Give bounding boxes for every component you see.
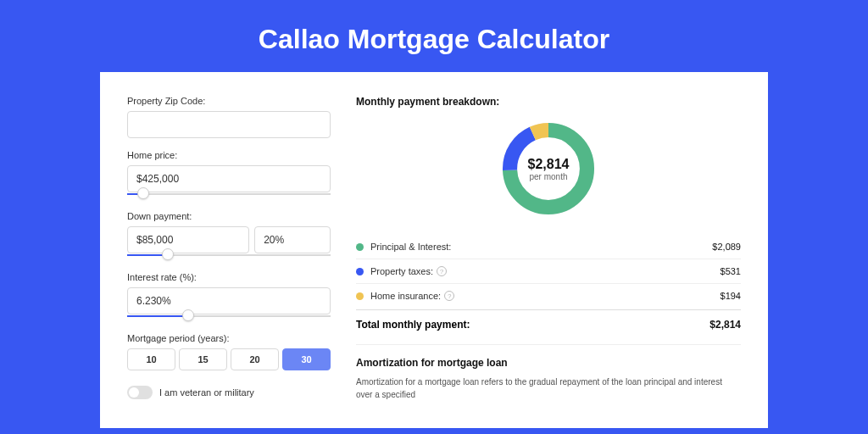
- legend: Principal & Interest:$2,089Property taxe…: [356, 235, 741, 308]
- home-price-input[interactable]: [127, 165, 331, 192]
- home-price-label: Home price:: [127, 150, 331, 160]
- down-payment-slider[interactable]: [127, 252, 331, 260]
- legend-row-0: Principal & Interest:$2,089: [356, 235, 741, 259]
- calculator-card: Property Zip Code: Home price: Down paym…: [100, 72, 768, 428]
- interest-slider[interactable]: [127, 313, 331, 321]
- total-row: Total monthly payment: $2,814: [356, 309, 741, 344]
- input-panel: Property Zip Code: Home price: Down paym…: [127, 96, 331, 428]
- veteran-label: I am veteran or military: [159, 387, 254, 398]
- legend-label: Property taxes:: [370, 266, 433, 276]
- slider-thumb[interactable]: [137, 187, 149, 199]
- amort-text: Amortization for a mortgage loan refers …: [356, 376, 741, 401]
- zip-field: Property Zip Code:: [127, 96, 331, 138]
- amortization-section: Amortization for mortgage loan Amortizat…: [356, 344, 741, 401]
- info-icon[interactable]: ?: [437, 266, 447, 276]
- page-header: Callao Mortgage Calculator: [0, 0, 868, 72]
- interest-label: Interest rate (%):: [127, 272, 331, 282]
- legend-label: Principal & Interest:: [370, 242, 451, 252]
- zip-label: Property Zip Code:: [127, 96, 331, 106]
- period-button-15[interactable]: 15: [179, 348, 227, 370]
- legend-row-2: Home insurance:?$194: [356, 284, 741, 308]
- zip-input[interactable]: [127, 111, 331, 138]
- legend-label: Home insurance:: [370, 291, 441, 301]
- down-payment-label: Down payment:: [127, 211, 331, 221]
- legend-dot: [356, 292, 364, 300]
- breakdown-title: Monthly payment breakdown:: [356, 96, 741, 108]
- home-price-slider[interactable]: [127, 191, 331, 199]
- page-title: Callao Mortgage Calculator: [0, 24, 868, 55]
- down-payment-input[interactable]: [127, 226, 249, 253]
- total-label: Total monthly payment:: [356, 319, 470, 331]
- period-button-30[interactable]: 30: [282, 348, 331, 370]
- info-icon[interactable]: ?: [444, 291, 454, 301]
- period-button-10[interactable]: 10: [127, 348, 175, 370]
- legend-row-1: Property taxes:?$531: [356, 259, 741, 284]
- veteran-toggle[interactable]: [127, 386, 153, 399]
- total-value: $2,814: [709, 319, 741, 331]
- donut-chart: $2,814 per month: [356, 118, 741, 220]
- down-payment-field: Down payment:: [127, 211, 331, 260]
- results-panel: Monthly payment breakdown: $2,814 per mo…: [356, 96, 741, 428]
- donut-sub: per month: [529, 172, 567, 181]
- interest-input[interactable]: [127, 287, 331, 314]
- period-field: Mortgage period (years): 10152030: [127, 333, 331, 370]
- veteran-row: I am veteran or military: [127, 386, 331, 399]
- donut-value: $2,814: [528, 157, 570, 172]
- legend-value: $531: [721, 266, 741, 276]
- down-payment-pct-input[interactable]: [254, 226, 331, 253]
- legend-dot: [356, 243, 364, 251]
- slider-thumb[interactable]: [182, 309, 194, 321]
- interest-field: Interest rate (%):: [127, 272, 331, 321]
- legend-value: $194: [721, 291, 741, 301]
- period-buttons: 10152030: [127, 348, 331, 370]
- home-price-field: Home price:: [127, 150, 331, 199]
- slider-thumb[interactable]: [162, 248, 174, 260]
- legend-value: $2,089: [712, 242, 741, 252]
- period-label: Mortgage period (years):: [127, 333, 331, 343]
- legend-dot: [356, 268, 364, 275]
- amort-title: Amortization for mortgage loan: [356, 357, 741, 369]
- period-button-20[interactable]: 20: [231, 348, 279, 370]
